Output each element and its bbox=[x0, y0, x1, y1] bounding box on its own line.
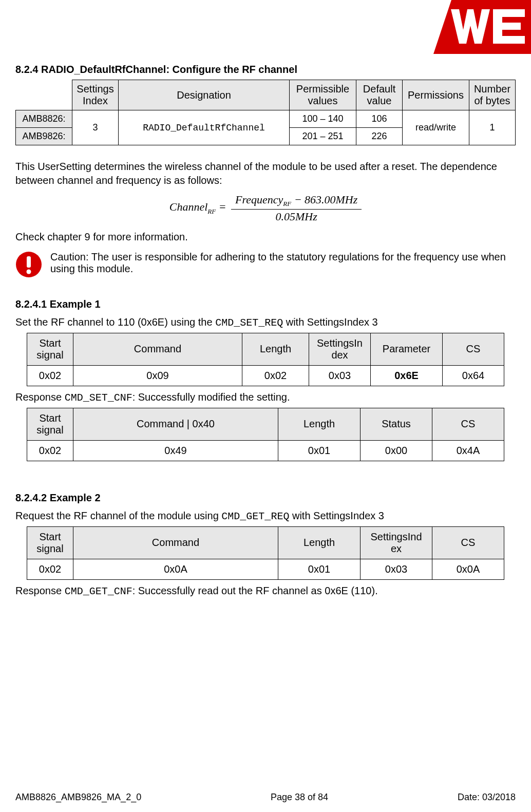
cell-designation: RADIO_DefaultRfChannel bbox=[119, 110, 290, 145]
footer-center: Page 38 of 84 bbox=[271, 792, 328, 803]
ex2-req-table: Start signal Command Length SettingsInd … bbox=[27, 526, 504, 580]
ex2a-length: 0x01 bbox=[278, 559, 361, 579]
ex1a-th-cs: CS bbox=[443, 333, 504, 365]
brand-logo bbox=[433, 0, 531, 54]
ex1-req-table: Start signal Command Length SettingsIn d… bbox=[27, 333, 504, 386]
ex1-cnf-table: Start signal Command | 0x40 Length Statu… bbox=[27, 408, 504, 461]
intro-paragraph: This UserSetting determines the wireless… bbox=[15, 160, 516, 187]
ex1b-th-length: Length bbox=[278, 408, 361, 440]
ex1b-th-status: Status bbox=[361, 408, 432, 440]
th-permissible: Permissible values bbox=[290, 80, 356, 110]
section-heading: 8.2.4 RADIO_DefaultRfChannel: Configure … bbox=[15, 64, 516, 75]
ex2a-th-start: Start signal bbox=[27, 526, 73, 559]
ex2a-th-settings: SettingsInd ex bbox=[361, 526, 432, 559]
th-settings-index: Settings Index bbox=[72, 80, 119, 110]
example2-intro: Request the RF channel of the module usi… bbox=[15, 509, 516, 523]
formula-mhz-1: MHz bbox=[336, 193, 358, 206]
row-label-amb8826: AMB8826: bbox=[16, 110, 72, 128]
formula-rf-sub-2: RF bbox=[283, 200, 291, 207]
cell-numbytes: 1 bbox=[469, 110, 516, 145]
ex1a-cs: 0x64 bbox=[443, 365, 504, 386]
ex1b-length: 0x01 bbox=[278, 440, 361, 461]
ex2-intro-a: Request the RF channel of the module usi… bbox=[15, 510, 221, 521]
ex1-intro-b: with SettingsIndex 3 bbox=[283, 316, 378, 328]
ex1a-length: 0x02 bbox=[242, 365, 309, 386]
ex2a-th-command: Command bbox=[73, 526, 278, 559]
ex1a-th-settings: SettingsIn dex bbox=[309, 333, 371, 365]
row-label-amb9826: AMB9826: bbox=[16, 128, 72, 145]
formula-channel: Channel bbox=[169, 200, 208, 213]
settings-table: Settings Index Designation Permissible v… bbox=[15, 80, 516, 145]
footer-right: Date: 03/2018 bbox=[458, 792, 516, 803]
ex2-intro-b: with SettingsIndex 3 bbox=[289, 510, 384, 521]
ex1b-th-cs: CS bbox=[432, 408, 504, 440]
formula: ChannelRF = FrequencyRF − 863.00MHz 0.05… bbox=[15, 194, 516, 223]
footer-left: AMB8826_AMB9826_MA_2_0 bbox=[15, 792, 141, 803]
ex1b-command: 0x49 bbox=[73, 440, 278, 461]
ex1b-cs: 0x4A bbox=[432, 440, 504, 461]
ex1a-start: 0x02 bbox=[27, 365, 73, 386]
check-chapter: Check chapter 9 for more information. bbox=[15, 230, 516, 244]
ex1-intro-cmd: CMD_SET_REQ bbox=[215, 317, 283, 329]
example1-heading: 8.2.4.1 Example 1 bbox=[15, 298, 516, 310]
ex1a-th-param: Parameter bbox=[371, 333, 443, 365]
ex2a-settings: 0x03 bbox=[361, 559, 432, 579]
th-designation: Designation bbox=[119, 80, 290, 110]
ex1a-th-command: Command bbox=[73, 333, 242, 365]
example2-heading: 8.2.4.2 Example 2 bbox=[15, 492, 516, 504]
caution-icon bbox=[15, 251, 42, 278]
ex2a-th-cs: CS bbox=[432, 526, 504, 559]
caution-text: Caution: The user is responsible for adh… bbox=[50, 251, 516, 275]
ex2a-start: 0x02 bbox=[27, 559, 73, 579]
ex1-intro-a: Set the RF channel to 110 (0x6E) using t… bbox=[15, 316, 215, 328]
ex1-response-text: Response CMD_SET_CNF: Successfully modif… bbox=[15, 390, 516, 405]
page-footer: AMB8826_AMB9826_MA_2_0 Page 38 of 84 Dat… bbox=[15, 792, 516, 803]
cell-permissible-1: 100 – 140 bbox=[290, 110, 356, 128]
ex1a-th-start: Start signal bbox=[27, 333, 73, 365]
formula-mhz-2: MHz bbox=[295, 210, 317, 223]
ex1-resp-a: Response bbox=[15, 391, 65, 403]
ex1a-settings: 0x03 bbox=[309, 365, 371, 386]
empty-cell bbox=[16, 80, 72, 110]
formula-den-val: 0.05 bbox=[276, 210, 296, 223]
ex1a-th-length: Length bbox=[242, 333, 309, 365]
cell-default-1: 106 bbox=[356, 110, 403, 128]
ex1b-status: 0x00 bbox=[361, 440, 432, 461]
ex2-response-text: Response CMD_GET_CNF: Successfully read … bbox=[15, 584, 516, 598]
ex1a-param: 0x6E bbox=[371, 365, 443, 386]
ex1a-command: 0x09 bbox=[73, 365, 242, 386]
formula-frequency: Frequency bbox=[235, 193, 283, 206]
ex1b-th-start: Start signal bbox=[27, 408, 73, 440]
ex2a-cs: 0x0A bbox=[432, 559, 504, 579]
svg-marker-2 bbox=[493, 9, 525, 44]
cell-settings-index: 3 bbox=[72, 110, 119, 145]
th-permissions: Permissions bbox=[403, 80, 469, 110]
th-numbytes: Number of bytes bbox=[469, 80, 516, 110]
ex1b-th-command: Command | 0x40 bbox=[73, 408, 278, 440]
ex2-resp-cmd: CMD_GET_CNF bbox=[65, 586, 132, 597]
cell-default-2: 226 bbox=[356, 128, 403, 145]
ex2-intro-cmd: CMD_GET_REQ bbox=[221, 511, 289, 522]
ex1b-start: 0x02 bbox=[27, 440, 73, 461]
ex2a-command: 0x0A bbox=[73, 559, 278, 579]
formula-equals: = bbox=[219, 200, 229, 213]
cell-permissions: read/write bbox=[403, 110, 469, 145]
ex2-resp-a: Response bbox=[15, 585, 65, 596]
ex1-resp-b: : Successfully modified the setting. bbox=[132, 391, 290, 403]
ex2a-th-length: Length bbox=[278, 526, 361, 559]
ex1-resp-cmd: CMD_SET_CNF bbox=[65, 392, 132, 404]
svg-point-5 bbox=[27, 269, 31, 274]
th-default: Default value bbox=[356, 80, 403, 110]
ex2-resp-b: : Successfully read out the RF channel a… bbox=[132, 585, 378, 596]
formula-rf-sub-1: RF bbox=[207, 207, 216, 215]
svg-rect-4 bbox=[27, 256, 31, 268]
cell-permissible-2: 201 – 251 bbox=[290, 128, 356, 145]
formula-minus: − 863.00 bbox=[291, 193, 335, 206]
example1-intro: Set the RF channel to 110 (0x6E) using t… bbox=[15, 315, 516, 330]
